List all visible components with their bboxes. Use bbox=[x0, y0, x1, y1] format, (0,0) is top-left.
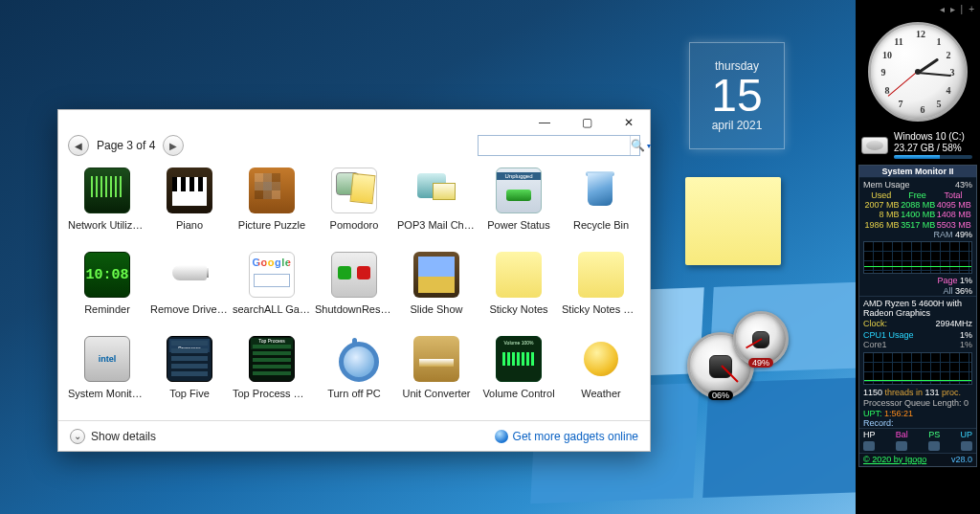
gadget-label: Recycle Bin bbox=[562, 219, 640, 231]
nav-back-button[interactable]: ◀ bbox=[68, 135, 89, 156]
hdd-icon bbox=[861, 137, 888, 154]
gadget-icon bbox=[84, 168, 130, 213]
power-hp-icon[interactable] bbox=[863, 441, 875, 451]
sysmon-mem-pct: 43% bbox=[955, 180, 972, 190]
get-more-gadgets-label: Get more gadgets online bbox=[513, 430, 638, 443]
gadget-item[interactable]: Slide Show bbox=[397, 252, 476, 336]
cpu-meter-gadget[interactable]: 06% 49% bbox=[687, 311, 802, 407]
sysmon-r1-total: 4095 MB bbox=[935, 200, 971, 210]
gadget-icon bbox=[249, 252, 295, 298]
gadget-item[interactable]: Remove Drive S... bbox=[150, 252, 229, 336]
gadget-label: Slide Show bbox=[397, 303, 476, 315]
gadget-item[interactable]: Picture Puzzle bbox=[233, 168, 311, 252]
sidebar-prev-icon[interactable]: ◂ bbox=[940, 4, 945, 14]
sysmon-author-link[interactable]: © 2020 by Igogo bbox=[863, 455, 926, 464]
power-ps-icon[interactable] bbox=[928, 441, 940, 451]
gadget-item[interactable]: searchALL Gadg... bbox=[233, 252, 311, 336]
gadget-item[interactable]: Turn off PC bbox=[315, 336, 393, 420]
sysmon-r3-total: 5503 MB bbox=[935, 220, 971, 230]
gadget-item[interactable]: POP3 Mail Chec... bbox=[397, 168, 476, 252]
drive-meter-gadget[interactable]: Windows 10 (C:) 23.27 GB / 58% bbox=[859, 129, 976, 165]
gadget-label: searchALL Gadg... bbox=[233, 303, 311, 315]
power-bal-icon[interactable] bbox=[896, 441, 907, 451]
sysmon-power-row: HP Bal PS UP bbox=[859, 428, 976, 439]
gadget-item[interactable]: System Monitor II bbox=[68, 336, 146, 420]
globe-icon bbox=[495, 430, 508, 443]
power-up-icon[interactable] bbox=[961, 441, 972, 451]
gadget-icon bbox=[249, 336, 295, 382]
gadget-icon bbox=[578, 252, 624, 298]
gadget-label: Piano bbox=[150, 219, 229, 231]
sidebar-add-icon[interactable]: + bbox=[969, 4, 974, 14]
sysmon-cpu-graph bbox=[863, 352, 972, 385]
gadget-label: POP3 Mail Chec... bbox=[397, 219, 476, 231]
sysmon-cpu-usage-pct: 1% bbox=[960, 330, 972, 340]
gadget-icon bbox=[578, 336, 624, 382]
drive-info: Windows 10 (C:) 23.27 GB / 58% bbox=[894, 131, 972, 159]
sysmon-record: Record: bbox=[859, 418, 976, 428]
search-button[interactable]: 🔍 ▾ bbox=[630, 136, 651, 155]
gadget-label: Sticky Notes bbox=[479, 303, 558, 315]
sysmon-r2-used: 8 MB bbox=[863, 210, 900, 219]
gadget-label: Volume Control bbox=[479, 388, 558, 399]
window-titlebar[interactable]: — ▢ ✕ bbox=[58, 110, 650, 135]
gadget-item[interactable]: ShutdownRestart bbox=[315, 252, 393, 336]
gadget-icon bbox=[413, 336, 459, 382]
calendar-dow: thursday bbox=[690, 59, 784, 73]
gadget-label: Top Process Mo... bbox=[233, 388, 311, 399]
sidebar-next-icon[interactable]: ▸ bbox=[950, 4, 955, 14]
gadget-item[interactable]: Power Status bbox=[479, 168, 558, 252]
gadget-icon bbox=[331, 252, 377, 298]
expand-details-button[interactable]: ⌄ bbox=[70, 429, 85, 444]
sticky-note-gadget[interactable] bbox=[685, 177, 781, 265]
gadget-label: Reminder bbox=[68, 303, 146, 315]
gadget-icon bbox=[413, 168, 459, 213]
gadget-icon bbox=[331, 168, 377, 213]
sysmon-r3-used: 1986 MB bbox=[863, 220, 900, 230]
sidebar-controls: ◂ ▸ | + bbox=[934, 2, 980, 18]
nav-forward-button[interactable]: ▶ bbox=[163, 135, 184, 156]
page-indicator: Page 3 of 4 bbox=[97, 139, 155, 152]
get-more-gadgets-link[interactable]: Get more gadgets online bbox=[495, 430, 638, 443]
gadget-item[interactable]: Piano bbox=[150, 168, 229, 252]
calendar-gadget[interactable]: thursday 15 april 2021 bbox=[689, 42, 785, 149]
sysmon-hdr-free: Free bbox=[900, 190, 936, 200]
gadget-item[interactable]: Unit Converter bbox=[397, 336, 476, 420]
window-maximize-button[interactable]: ▢ bbox=[566, 112, 608, 133]
sysmon-version: v28.0 bbox=[951, 455, 972, 464]
gadget-label: ShutdownRestart bbox=[315, 303, 393, 315]
gadget-label: System Monitor II bbox=[68, 388, 146, 399]
drive-usage: 23.27 GB / 58% bbox=[894, 143, 972, 154]
window-close-button[interactable]: ✕ bbox=[608, 112, 650, 133]
show-details-label[interactable]: Show details bbox=[91, 430, 156, 443]
drive-bar bbox=[894, 155, 972, 159]
gadget-item[interactable]: Top Five bbox=[150, 336, 229, 420]
gadget-item[interactable]: Sticky Notes bbox=[479, 252, 558, 336]
search-input[interactable] bbox=[479, 136, 630, 155]
gadget-item[interactable]: Volume Control bbox=[479, 336, 558, 420]
clock-gadget[interactable]: 12 3 6 9 1 2 4 5 7 8 10 11 bbox=[868, 22, 968, 122]
gadget-item[interactable]: Pomodoro bbox=[315, 168, 393, 252]
gadget-icon bbox=[167, 336, 212, 382]
gadget-item[interactable]: Weather bbox=[562, 336, 640, 420]
search-icon: 🔍 bbox=[631, 139, 645, 152]
gadget-label: Sticky Notes On... bbox=[562, 303, 640, 315]
gadget-item[interactable]: Reminder bbox=[68, 252, 146, 336]
desktop: ◂ ▸ | + 12 3 6 9 1 2 4 5 7 8 10 11 Win bbox=[0, 0, 980, 514]
gadget-label: Picture Puzzle bbox=[233, 219, 311, 231]
gauge-ram: 49% bbox=[733, 311, 789, 367]
calendar-day: 15 bbox=[690, 73, 784, 119]
chevron-down-icon: ▾ bbox=[647, 142, 651, 150]
gadget-item[interactable]: Sticky Notes On... bbox=[562, 252, 640, 336]
gadget-label: Unit Converter bbox=[397, 388, 476, 399]
sysmon-power-icons[interactable] bbox=[859, 440, 976, 453]
gadget-item[interactable]: Network Utilizat... bbox=[68, 168, 146, 252]
gadget-item[interactable]: Recycle Bin bbox=[562, 168, 640, 252]
sidebar-panel: ◂ ▸ | + 12 3 6 9 1 2 4 5 7 8 10 11 Win bbox=[856, 0, 980, 514]
gadget-gallery-window: — ▢ ✕ ◀ Page 3 of 4 ▶ 🔍 ▾ Network Utiliz… bbox=[57, 109, 651, 452]
gadget-icon bbox=[84, 252, 130, 298]
gadget-item[interactable]: Top Process Mo... bbox=[233, 336, 311, 420]
gadget-icon bbox=[331, 336, 377, 382]
window-minimize-button[interactable]: — bbox=[523, 112, 566, 133]
system-monitor-gadget[interactable]: System Monitor II Mem Usage 43% Used Fre… bbox=[858, 165, 977, 467]
